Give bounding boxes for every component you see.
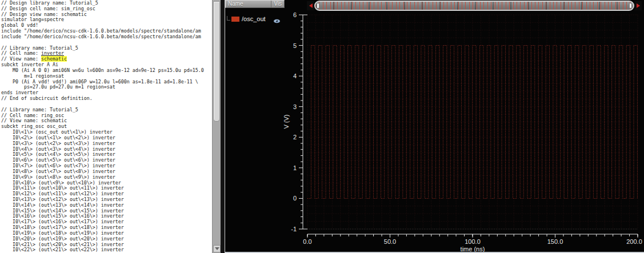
netlist-editor-pane[interactable]: // Design library name: Tutorial_5// Des… — [0, 0, 221, 253]
netlist-text: // Design library name: Tutorial_5// Des… — [1, 1, 211, 252]
svg-text:150.0: 150.0 — [547, 238, 563, 245]
editor-vertical-scrollbar[interactable] — [212, 0, 221, 253]
svg-text:1: 1 — [293, 164, 297, 171]
svg-text:200.0: 200.0 — [626, 238, 642, 245]
svg-text:2: 2 — [293, 134, 297, 140]
application-window: // Design library name: Tutorial_5// Des… — [0, 0, 644, 253]
signal-name-label: /osc_out — [242, 15, 266, 22]
scroll-left-button[interactable] — [307, 1, 314, 10]
pane-divider[interactable] — [221, 0, 225, 253]
name-column-header: Name — [228, 1, 243, 7]
down-arrow-icon — [215, 247, 219, 250]
svg-text:50.0: 50.0 — [384, 238, 396, 245]
signal-list-header: Name Vis — [225, 0, 285, 8]
left-arrow-icon — [309, 3, 313, 8]
trace-color-swatch[interactable] — [231, 17, 239, 22]
svg-text:0: 0 — [293, 195, 297, 202]
signal-row-osc-out[interactable]: /osc_out — [225, 15, 285, 23]
right-arrow-icon — [637, 3, 640, 8]
svg-text:3: 3 — [293, 103, 297, 110]
vis-column-header: Vis — [271, 1, 282, 7]
range-end-handle[interactable] — [629, 3, 632, 9]
svg-text:100.0: 100.0 — [465, 238, 481, 245]
range-start-handle[interactable] — [317, 3, 319, 9]
svg-text:4: 4 — [293, 73, 297, 79]
scroll-right-button[interactable] — [634, 1, 642, 10]
scrollbar-down-button[interactable] — [213, 245, 221, 252]
waveform-viewer-window: -10123456V (V)0.050.0100.0150.0200.0time… — [225, 0, 644, 253]
horizontal-zoom-scrollbar — [307, 1, 642, 11]
zoom-range-slider[interactable] — [314, 1, 634, 11]
svg-text:-1: -1 — [291, 226, 297, 232]
svg-text:6: 6 — [293, 11, 297, 18]
svg-text:0.0: 0.0 — [303, 238, 311, 245]
tree-branch-icon — [227, 16, 230, 21]
signal-list-panel: Name Vis /osc_out — [225, 0, 285, 253]
waveform-plot[interactable]: -10123456V (V)0.050.0100.0150.0200.0time… — [225, 0, 644, 253]
visibility-eye-icon[interactable] — [273, 16, 281, 22]
svg-text:5: 5 — [293, 42, 297, 49]
scrollbar-thumb[interactable] — [213, 1, 220, 122]
